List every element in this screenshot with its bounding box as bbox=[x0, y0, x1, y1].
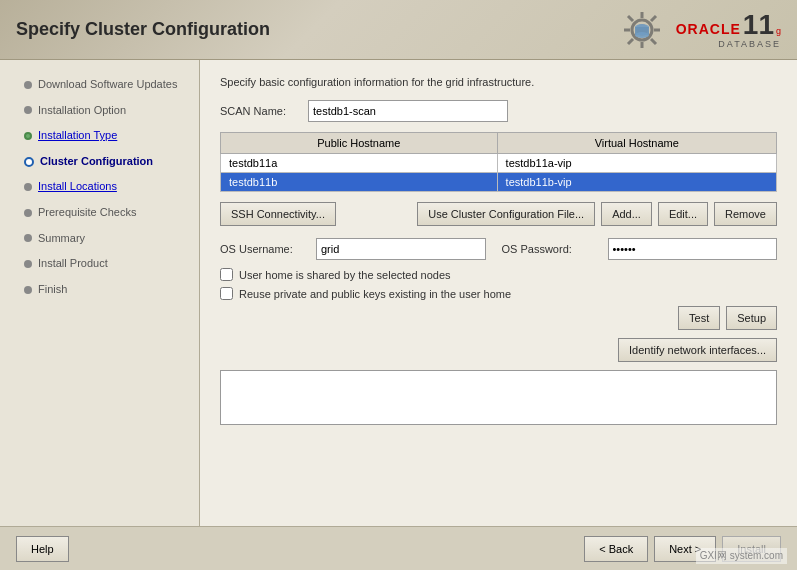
use-cluster-file-button[interactable]: Use Cluster Configuration File... bbox=[417, 202, 595, 226]
oracle-logo-area: ORACLE 11 g DATABASE bbox=[616, 4, 781, 56]
oracle-text: ORACLE bbox=[676, 21, 741, 37]
ssh-connectivity-button[interactable]: SSH Connectivity... bbox=[220, 202, 336, 226]
checkbox-reuse-keys[interactable] bbox=[220, 287, 233, 300]
os-credentials-row: OS Username: OS Password: bbox=[220, 238, 777, 260]
database-text: DATABASE bbox=[718, 39, 781, 49]
sidebar-item-install-locations[interactable]: Install Locations bbox=[0, 174, 199, 200]
cluster-buttons-row: SSH Connectivity... Use Cluster Configur… bbox=[220, 202, 777, 226]
svg-line-8 bbox=[651, 16, 656, 21]
cell-public-2: testdb11b bbox=[221, 173, 498, 192]
sidebar-item-installation-option[interactable]: Installation Option bbox=[0, 98, 199, 124]
sidebar-dot-install-product bbox=[24, 260, 32, 268]
add-button[interactable]: Add... bbox=[601, 202, 652, 226]
content-description: Specify basic configuration information … bbox=[220, 76, 777, 88]
page-title: Specify Cluster Configuration bbox=[16, 19, 270, 40]
output-textarea bbox=[220, 370, 777, 425]
next-button[interactable]: Next > bbox=[654, 536, 716, 562]
install-button[interactable]: Install bbox=[722, 536, 781, 562]
os-username-label: OS Username: bbox=[220, 243, 300, 255]
sidebar: Download Software Updates Installation O… bbox=[0, 60, 200, 526]
sidebar-item-download[interactable]: Download Software Updates bbox=[0, 72, 199, 98]
identify-row: Identify network interfaces... bbox=[220, 338, 777, 362]
cell-virtual-2: testdb11b-vip bbox=[497, 173, 776, 192]
sidebar-dot-download bbox=[24, 81, 32, 89]
svg-line-6 bbox=[628, 16, 633, 21]
header: Specify Cluster Configuration ORAC bbox=[0, 0, 797, 60]
version-suffix: g bbox=[776, 26, 781, 36]
cluster-table: Public Hostname Virtual Hostname testdb1… bbox=[220, 132, 777, 192]
test-button[interactable]: Test bbox=[678, 306, 720, 330]
svg-point-12 bbox=[635, 32, 649, 38]
identify-network-button[interactable]: Identify network interfaces... bbox=[618, 338, 777, 362]
sidebar-dot-installation-option bbox=[24, 106, 32, 114]
os-username-input[interactable] bbox=[316, 238, 486, 260]
sidebar-dot-cluster-configuration bbox=[24, 157, 34, 167]
table-row[interactable]: testdb11a testdb11a-vip bbox=[221, 154, 777, 173]
sidebar-item-installation-type[interactable]: Installation Type bbox=[0, 123, 199, 149]
help-button[interactable]: Help bbox=[16, 536, 69, 562]
scan-name-row: SCAN Name: bbox=[220, 100, 777, 122]
version-number: 11 bbox=[743, 11, 774, 39]
checkbox-reuse-keys-label: Reuse private and public keys existing i… bbox=[239, 288, 511, 300]
sidebar-dot-summary bbox=[24, 234, 32, 242]
main-layout: Download Software Updates Installation O… bbox=[0, 60, 797, 526]
footer-nav-buttons: < Back Next > Install bbox=[584, 536, 781, 562]
edit-button[interactable]: Edit... bbox=[658, 202, 708, 226]
test-setup-row: Test Setup bbox=[220, 306, 777, 330]
remove-button[interactable]: Remove bbox=[714, 202, 777, 226]
svg-line-9 bbox=[628, 39, 633, 44]
sidebar-dot-prerequisite-checks bbox=[24, 209, 32, 217]
sidebar-dot-installation-type bbox=[24, 132, 32, 140]
setup-button[interactable]: Setup bbox=[726, 306, 777, 330]
gear-icon bbox=[616, 4, 668, 56]
os-password-input[interactable] bbox=[608, 238, 778, 260]
table-row[interactable]: testdb11b testdb11b-vip bbox=[221, 173, 777, 192]
sidebar-item-finish[interactable]: Finish bbox=[0, 277, 199, 303]
sidebar-item-install-product[interactable]: Install Product bbox=[0, 251, 199, 277]
svg-line-7 bbox=[651, 39, 656, 44]
os-password-label: OS Password: bbox=[502, 243, 592, 255]
sidebar-item-prerequisite-checks[interactable]: Prerequisite Checks bbox=[0, 200, 199, 226]
col-header-public: Public Hostname bbox=[221, 133, 498, 154]
cell-public-1: testdb11a bbox=[221, 154, 498, 173]
sidebar-dot-install-locations bbox=[24, 183, 32, 191]
footer: Help < Back Next > Install GXI网 system.c… bbox=[0, 526, 797, 570]
back-button[interactable]: < Back bbox=[584, 536, 648, 562]
checkbox-reuse-keys-row: Reuse private and public keys existing i… bbox=[220, 287, 777, 300]
checkbox-shared-home[interactable] bbox=[220, 268, 233, 281]
scan-name-label: SCAN Name: bbox=[220, 105, 300, 117]
sidebar-dot-finish bbox=[24, 286, 32, 294]
sidebar-item-cluster-configuration[interactable]: Cluster Configuration bbox=[0, 149, 199, 175]
oracle-branding: ORACLE 11 g DATABASE bbox=[676, 11, 781, 49]
cell-virtual-1: testdb11a-vip bbox=[497, 154, 776, 173]
scan-name-input[interactable] bbox=[308, 100, 508, 122]
sidebar-item-summary[interactable]: Summary bbox=[0, 226, 199, 252]
col-header-virtual: Virtual Hostname bbox=[497, 133, 776, 154]
checkbox-shared-home-label: User home is shared by the selected node… bbox=[239, 269, 451, 281]
checkbox-shared-home-row: User home is shared by the selected node… bbox=[220, 268, 777, 281]
content-area: Specify basic configuration information … bbox=[200, 60, 797, 526]
